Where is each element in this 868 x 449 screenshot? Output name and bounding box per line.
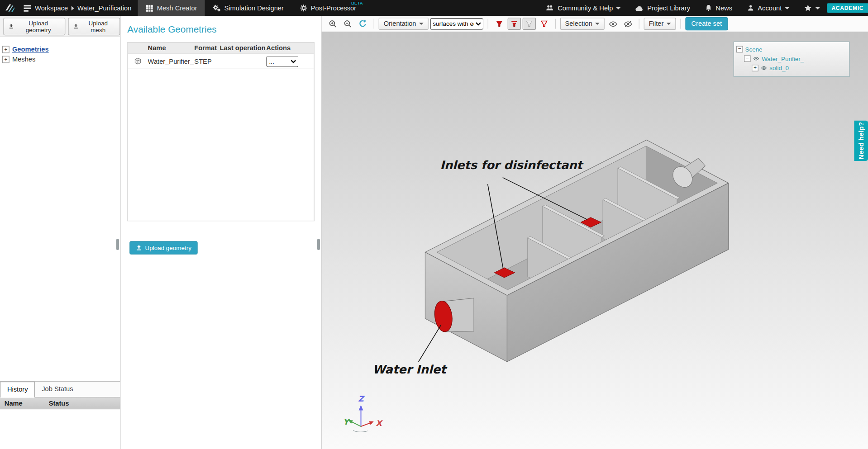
zoom-fit-button[interactable] [341, 18, 354, 30]
pick-edge-button[interactable] [522, 18, 535, 30]
selection-menu-button[interactable]: Selection [560, 18, 605, 30]
tree-label[interactable]: Geometries [12, 45, 49, 53]
history-panel: History Job Status Name Status [0, 381, 120, 449]
toolbar-separator [374, 19, 374, 29]
pick-face-button[interactable] [507, 18, 520, 30]
scene-tree-label[interactable]: Water_Purifier_ [762, 55, 804, 62]
community-help-label: Community & Help [558, 4, 613, 12]
breadcrumb[interactable]: Workspace Water_Purification [20, 4, 138, 12]
geometry-format: STEP [194, 57, 219, 65]
beta-badge: BETA [351, 0, 363, 5]
scene-tree: Scene Water_Purifier_ solid_0 [734, 42, 850, 77]
news-label: News [715, 4, 732, 12]
upload-geometry-button-small[interactable]: Upload geometry [3, 18, 65, 35]
upload-geometry-button[interactable]: Upload geometry [129, 241, 197, 254]
cone-gray-icon [525, 19, 534, 28]
refresh-button[interactable] [356, 18, 369, 30]
caret-down-icon [616, 7, 621, 11]
toolbar-separator [639, 19, 639, 29]
scene-tree-label[interactable]: solid_0 [769, 65, 789, 71]
project-library-label: Project Library [647, 4, 690, 12]
button-label: Upload geometry [145, 245, 191, 251]
pick-volume-button[interactable] [492, 18, 506, 30]
geometries-table: Name Format Last operation Actions Water… [127, 42, 314, 221]
expander-plus-icon[interactable] [752, 65, 758, 71]
account-label: Account [758, 4, 782, 12]
orientation-menu-button[interactable]: Orientation [379, 18, 429, 30]
water-inlet-pipe[interactable] [433, 298, 474, 333]
cube-icon [134, 57, 143, 66]
create-set-button[interactable]: Create set [685, 17, 728, 30]
grid-icon [146, 4, 153, 12]
tree-item-meshes[interactable]: Meshes [2, 54, 120, 64]
star-icon [804, 4, 812, 12]
project-library-link[interactable]: Project Library [628, 0, 697, 16]
geometries-panel: Available Geometries Name Format Last op… [121, 16, 322, 449]
scene-tree-item-water-purifier[interactable]: Water_Purifier_ [736, 54, 847, 63]
cloud-icon [635, 4, 644, 12]
eye-icon[interactable] [761, 65, 768, 71]
column-format: Format [194, 44, 219, 52]
breadcrumb-workspace: Workspace [35, 4, 68, 12]
toolbar-separator [680, 19, 681, 29]
tab-post-processor[interactable]: Post-Processor BETA [291, 0, 364, 16]
app-root: Workspace Water_Purification Mesh Creato… [0, 0, 868, 449]
tab-label: Mesh Creator [157, 4, 197, 12]
column-last-operation: Last operation [220, 44, 267, 52]
tree-label[interactable]: Meshes [12, 55, 35, 63]
history-table-header: Name Status [0, 397, 120, 409]
tab-mesh-creator[interactable]: Mesh Creator [138, 0, 205, 16]
upload-icon [73, 23, 79, 29]
filter-menu-button[interactable]: Filter [644, 18, 676, 30]
table-header: Name Format Last operation Actions [128, 43, 314, 54]
render-mode-select[interactable]: surfaces with edges [430, 18, 483, 30]
eye-icon[interactable] [753, 56, 760, 61]
hide-button[interactable] [621, 18, 634, 30]
show-button[interactable] [606, 18, 620, 30]
pick-node-button[interactable] [537, 18, 550, 30]
workspace-icon [23, 4, 31, 12]
expander-minus-icon[interactable] [744, 55, 751, 62]
academic-badge: ACADEMIC [827, 3, 868, 13]
expander-plus-icon[interactable] [2, 46, 10, 53]
panel-splitter-handle[interactable] [116, 239, 119, 250]
column-status: Status [49, 397, 120, 408]
cone-red-icon [495, 19, 504, 28]
account-menu[interactable]: Account [739, 0, 796, 16]
caret-down-icon [785, 7, 790, 11]
community-help-menu[interactable]: Community & Help [538, 0, 628, 16]
scene-tree-root[interactable]: Scene [736, 44, 847, 54]
tab-simulation-designer[interactable]: Simulation Designer [205, 0, 291, 16]
app-logo-icon[interactable] [0, 3, 20, 14]
tab-history[interactable]: History [0, 382, 35, 397]
actions-dropdown[interactable]: ... [266, 56, 298, 66]
tab-label: Simulation Designer [224, 4, 284, 12]
need-help-tab[interactable]: Need help? [854, 121, 868, 161]
annotation-water-inlet: Water Inlet [372, 363, 448, 376]
news-link[interactable]: News [697, 0, 739, 16]
caret-down-icon [419, 23, 424, 27]
column-name: Name [148, 44, 195, 52]
cone-red-outline-icon [539, 19, 548, 28]
cone-red-striped-icon [510, 19, 519, 28]
upload-mesh-button[interactable]: Upload mesh [68, 18, 120, 35]
sidebar-tree: Geometries Meshes [0, 37, 120, 64]
expander-plus-icon[interactable] [2, 56, 10, 63]
button-label: Orientation [384, 20, 416, 28]
eye-off-icon [623, 19, 633, 28]
panel-splitter-handle[interactable] [317, 239, 320, 250]
expander-minus-icon[interactable] [736, 46, 743, 52]
tab-job-status[interactable]: Job Status [35, 382, 80, 397]
zoom-in-button[interactable] [326, 18, 339, 30]
button-label: Upload mesh [81, 19, 115, 33]
table-row[interactable]: Water_Purifier_ STEP ... [128, 54, 314, 69]
3d-scene[interactable]: Inlets for disinfectant Water Inlet Z Y … [322, 32, 868, 449]
annotation-inlets: Inlets for disinfectant [440, 158, 584, 172]
upload-icon [8, 23, 14, 29]
scene-tree-item-solid-0[interactable]: solid_0 [736, 63, 847, 72]
button-label: Selection [565, 20, 592, 28]
tree-item-geometries[interactable]: Geometries [2, 44, 120, 54]
favorites-menu[interactable] [796, 0, 827, 16]
scene-tree-label[interactable]: Scene [745, 46, 762, 52]
breadcrumb-arrow-icon [72, 6, 74, 10]
